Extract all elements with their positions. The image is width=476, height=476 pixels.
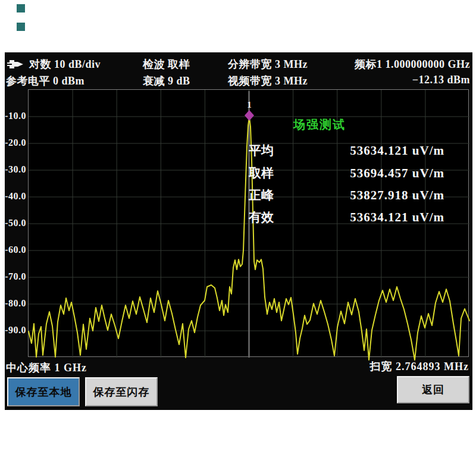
analyzer-panel: 对数 10 dB/div 检波 取样 分辨带宽 3 MHz 频标1 1.0000… [5,52,472,410]
save-local-button[interactable]: 保存至本地 [7,377,80,406]
marker-number-label: 1 [247,100,252,109]
measurement-row-rms: 有效 53634.121 uV/m [249,209,444,225]
measurement-label: 正峰 [249,187,274,203]
y-axis-label: -40.0 [5,191,26,202]
measurement-value: 53694.457 uV/m [350,166,444,181]
y-axis-label: -90.0 [5,325,26,336]
vbw-setting: 视频带宽 3 MHz [228,74,308,88]
back-button[interactable]: 返回 [397,376,469,403]
screen: 对数 10 dB/div 检波 取样 分辨带宽 3 MHz 频标1 1.0000… [0,0,476,476]
detector-setting: 检波 取样 [143,57,190,71]
marker-frequency: 频标1 1.000000000 GHz [355,57,470,71]
measurement-row-peak: 正峰 53827.918 uV/m [249,187,444,203]
measurement-value: 53634.121 uV/m [350,143,444,158]
measurement-value: 53827.918 uV/m [350,188,444,203]
y-axis-label: -20.0 [5,137,26,148]
scale-setting: 对数 10 dB/div [7,57,101,72]
save-flash-button[interactable]: 保存至闪存 [85,377,158,406]
y-axis-label: -60.0 [5,245,26,255]
y-axis-label: -10.0 [5,111,26,121]
corner-marker-top [17,4,25,12]
measurement-row-average: 平均 53634.121 uV/m [249,143,444,158]
y-axis-label: -80.0 [5,298,26,309]
measurement-value: 53634.121 uV/m [350,210,444,225]
measurement-title: 场强测试 [293,117,346,133]
measurement-label: 平均 [249,142,274,159]
marker-diamond-icon [245,110,254,121]
measurement-label: 有效 [249,209,274,226]
scale-label: 对数 10 dB/div [29,58,101,70]
y-axis-label: -70.0 [5,271,26,282]
corner-marker-bottom [17,23,25,31]
attenuation-setting: 衰减 9 dB [143,74,190,88]
ref-level-setting: 参考电平 0 dBm [6,74,84,88]
marker-level: −12.13 dBm [412,74,470,86]
span-label: 扫宽 2.764893 MHz [370,359,469,374]
measurement-label: 取样 [249,165,274,181]
input-plug-icon [7,60,25,72]
center-frequency-label: 中心频率 1 GHz [6,361,87,375]
rbw-setting: 分辨带宽 3 MHz [228,57,308,71]
y-axis-label: -30.0 [5,164,26,175]
measurement-row-sample: 取样 53694.457 uV/m [249,165,444,181]
y-axis-label: -50.0 [5,218,26,228]
